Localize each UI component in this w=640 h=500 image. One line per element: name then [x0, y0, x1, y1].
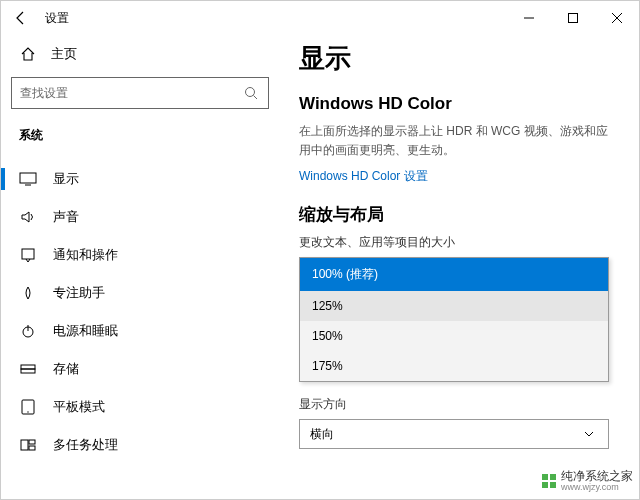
svg-rect-9: [21, 365, 35, 369]
group-label: 系统: [11, 127, 269, 152]
home-label: 主页: [51, 45, 77, 63]
svg-rect-18: [542, 482, 548, 488]
focus-icon: [19, 284, 37, 302]
sidebar-item-label: 声音: [53, 208, 79, 226]
nav-list: 显示 声音 通知和操作 专注助手 电源和睡眠 存储: [11, 160, 269, 464]
body-area: 主页 查找设置 系统 显示 声音 通知和操作 专注助手: [1, 35, 639, 499]
svg-rect-19: [550, 482, 556, 488]
hd-color-heading: Windows HD Color: [299, 94, 609, 114]
multitask-icon: [19, 436, 37, 454]
search-placeholder: 查找设置: [20, 85, 68, 102]
svg-rect-15: [29, 446, 35, 450]
power-icon: [19, 322, 37, 340]
sidebar-item-focus[interactable]: 专注助手: [11, 274, 269, 312]
sidebar-item-sound[interactable]: 声音: [11, 198, 269, 236]
sidebar-item-label: 专注助手: [53, 284, 105, 302]
svg-rect-13: [21, 440, 28, 450]
back-button[interactable]: [11, 8, 31, 28]
titlebar-left: 设置: [11, 8, 69, 28]
sidebar-item-label: 平板模式: [53, 398, 105, 416]
scale-label: 更改文本、应用等项目的大小: [299, 234, 609, 251]
sound-icon: [19, 208, 37, 226]
maximize-button[interactable]: [551, 1, 595, 35]
content-area: 显示 Windows HD Color 在上面所选择的显示器上让 HDR 和 W…: [279, 35, 639, 499]
hd-color-desc: 在上面所选择的显示器上让 HDR 和 WCG 视频、游戏和应用中的画面更明亮、更…: [299, 122, 609, 160]
svg-rect-10: [21, 369, 35, 373]
sidebar-item-power[interactable]: 电源和睡眠: [11, 312, 269, 350]
orientation-select[interactable]: 横向: [299, 419, 609, 449]
svg-rect-14: [29, 440, 35, 444]
scale-option-125[interactable]: 125%: [300, 291, 608, 321]
hd-color-link[interactable]: Windows HD Color 设置: [299, 168, 428, 185]
notification-icon: [19, 246, 37, 264]
svg-rect-1: [569, 14, 578, 23]
close-button[interactable]: [595, 1, 639, 35]
minimize-button[interactable]: [507, 1, 551, 35]
sidebar: 主页 查找设置 系统 显示 声音 通知和操作 专注助手: [1, 35, 279, 499]
svg-point-2: [246, 88, 255, 97]
orientation-value: 横向: [310, 426, 334, 443]
storage-icon: [19, 360, 37, 378]
sidebar-item-tablet[interactable]: 平板模式: [11, 388, 269, 426]
svg-rect-4: [20, 173, 36, 183]
svg-rect-6: [22, 249, 34, 259]
tablet-icon: [19, 398, 37, 416]
scale-option-150[interactable]: 150%: [300, 321, 608, 351]
orientation-label: 显示方向: [299, 396, 609, 413]
sidebar-item-label: 显示: [53, 170, 79, 188]
search-icon: [242, 84, 260, 102]
watermark-logo-icon: [541, 473, 557, 489]
scale-layout-heading: 缩放与布局: [299, 203, 609, 226]
home-icon: [19, 45, 37, 63]
scale-dropdown[interactable]: 100% (推荐) 125% 150% 175%: [299, 257, 609, 382]
sidebar-item-display[interactable]: 显示: [11, 160, 269, 198]
sidebar-item-notifications[interactable]: 通知和操作: [11, 236, 269, 274]
sidebar-item-label: 通知和操作: [53, 246, 118, 264]
search-input[interactable]: 查找设置: [11, 77, 269, 109]
svg-rect-16: [542, 474, 548, 480]
sidebar-item-label: 存储: [53, 360, 79, 378]
scale-option-175[interactable]: 175%: [300, 351, 608, 381]
sidebar-item-storage[interactable]: 存储: [11, 350, 269, 388]
window-title: 设置: [45, 10, 69, 27]
chevron-down-icon: [580, 425, 598, 443]
page-title: 显示: [299, 41, 609, 76]
watermark-text: 纯净系统之家 www.wjzy.com: [561, 470, 633, 493]
watermark: 纯净系统之家 www.wjzy.com: [541, 470, 633, 493]
sidebar-item-label: 电源和睡眠: [53, 322, 118, 340]
sidebar-item-label: 多任务处理: [53, 436, 118, 454]
titlebar: 设置: [1, 1, 639, 35]
svg-point-12: [27, 411, 28, 412]
window-controls: [507, 1, 639, 35]
svg-rect-17: [550, 474, 556, 480]
svg-line-3: [254, 96, 258, 100]
sidebar-item-multitask[interactable]: 多任务处理: [11, 426, 269, 464]
display-icon: [19, 170, 37, 188]
home-button[interactable]: 主页: [11, 41, 269, 67]
scale-option-100[interactable]: 100% (推荐): [300, 258, 608, 291]
